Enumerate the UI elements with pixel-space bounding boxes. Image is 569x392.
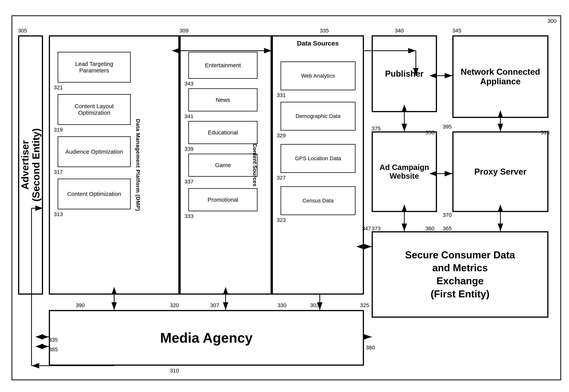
ref-390: 390 bbox=[76, 302, 85, 308]
acw-box: Ad Campaign Website bbox=[372, 131, 437, 212]
ref-321: 321 bbox=[54, 84, 63, 91]
content-sources-box: Content Sources Entertainment 343 News 3… bbox=[180, 35, 272, 295]
ref-340: 340 bbox=[395, 28, 404, 34]
datasource-demographic: Demographic Data bbox=[281, 102, 356, 131]
ref-307: 307 bbox=[210, 302, 219, 308]
ref-313: 313 bbox=[54, 211, 63, 217]
ref-373: 373 bbox=[372, 225, 381, 232]
ref-323: 323 bbox=[277, 217, 286, 223]
scd-box: Secure Consumer Data and Metrics Exchang… bbox=[372, 231, 548, 318]
datasource-census: Census Data bbox=[281, 186, 356, 215]
datasource-web-analytics: Web Analytics bbox=[281, 61, 356, 90]
ref-330: 330 bbox=[277, 302, 286, 308]
data-sources-title: Data Sources bbox=[273, 37, 363, 49]
ref-343: 343 bbox=[185, 81, 194, 87]
media-agency-box: Media Agency bbox=[49, 310, 364, 366]
content-item-game: Game bbox=[188, 154, 257, 177]
content-item-entertainment: Entertainment bbox=[188, 52, 257, 79]
ref-347: 347 bbox=[362, 225, 371, 232]
ref-335a: 335 bbox=[320, 28, 329, 34]
ref-341: 341 bbox=[185, 113, 194, 119]
ref-331: 331 bbox=[277, 92, 286, 98]
dmp-item-lead: Lead Targeting Parameters bbox=[58, 52, 131, 83]
diagram-outer: 300 305 Advertiser (Second Entity) Data … bbox=[12, 15, 561, 380]
dmp-item-co: Content Optimization bbox=[58, 179, 131, 209]
ref-370: 370 bbox=[443, 212, 452, 218]
dmp-label: Data Management Platform (DMP) bbox=[135, 119, 141, 211]
ref-309: 309 bbox=[180, 28, 188, 34]
ref-320: 320 bbox=[170, 302, 179, 308]
ref-337: 337 bbox=[185, 179, 194, 185]
ref-317: 317 bbox=[54, 169, 63, 175]
data-sources-box: Data Sources Web Analytics 331 Demograph… bbox=[272, 35, 364, 295]
ref-350: 350 bbox=[426, 129, 434, 136]
content-item-educational: Educational bbox=[188, 121, 257, 144]
publisher-label: Publisher bbox=[385, 69, 424, 79]
advertiser-label: Advertiser (Second Entity) bbox=[20, 128, 42, 201]
dmp-box: Data Management Platform (DMP) Lead Targ… bbox=[49, 35, 180, 295]
ref-300: 300 bbox=[547, 18, 556, 24]
ref-375: 375 bbox=[372, 126, 381, 132]
ref-327: 327 bbox=[277, 175, 286, 181]
scd-label: Secure Consumer Data and Metrics Exchang… bbox=[405, 249, 515, 300]
content-item-promotional: Promotional bbox=[188, 188, 257, 211]
nca-box: Network Connected Appliance bbox=[452, 35, 548, 118]
ref-339: 339 bbox=[185, 146, 194, 152]
dmp-item-ao: Audience Optimization bbox=[58, 136, 131, 167]
ref-305: 305 bbox=[18, 28, 27, 34]
ref-345: 345 bbox=[452, 28, 461, 34]
media-agency-label: Media Agency bbox=[160, 330, 253, 346]
ref-360: 360 bbox=[426, 225, 434, 232]
datasource-gps: GPS Location Data bbox=[281, 144, 356, 173]
ref-325: 325 bbox=[360, 302, 369, 308]
advertiser-box: Advertiser (Second Entity) bbox=[18, 35, 43, 295]
publisher-box: Publisher bbox=[372, 35, 437, 112]
proxy-label: Proxy Server bbox=[474, 167, 526, 177]
ref-319: 319 bbox=[54, 127, 63, 133]
ref-329: 329 bbox=[277, 133, 286, 139]
proxy-box: Proxy Server bbox=[452, 131, 548, 212]
dmp-item-clo: Content Layout Optimization bbox=[58, 94, 131, 125]
ref-380: 380 bbox=[366, 345, 375, 351]
ref-385: 385 bbox=[49, 347, 58, 353]
ref-365: 365 bbox=[443, 225, 452, 232]
nca-label: Network Connected Appliance bbox=[454, 67, 547, 86]
ref-303: 303 bbox=[310, 302, 319, 308]
ref-333: 333 bbox=[185, 213, 194, 219]
ref-395: 395 bbox=[443, 124, 452, 130]
content-item-news: News bbox=[188, 88, 257, 112]
ref-310: 310 bbox=[170, 368, 179, 374]
acw-label: Ad Campaign Website bbox=[373, 163, 436, 180]
ref-335b: 335 bbox=[49, 337, 58, 343]
